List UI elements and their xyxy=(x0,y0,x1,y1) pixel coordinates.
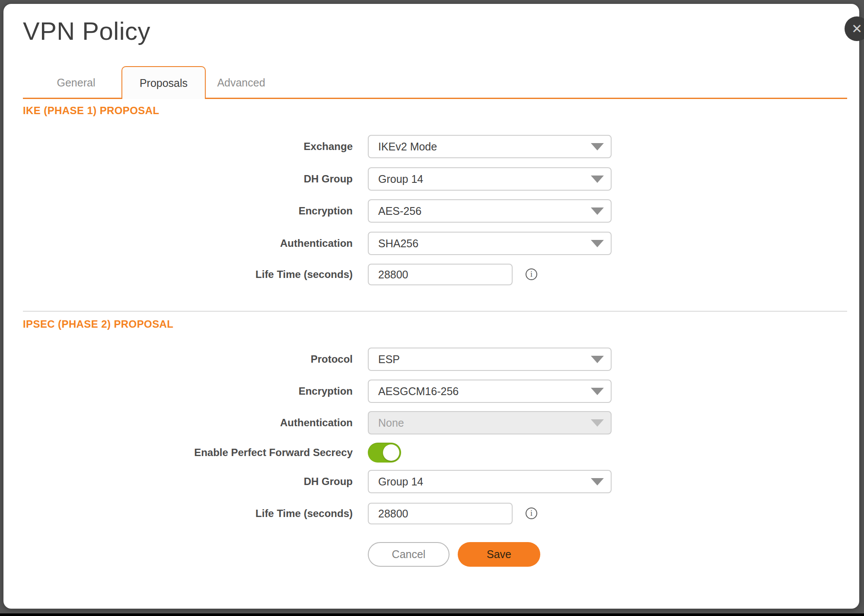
tab-general-label: General xyxy=(57,77,96,89)
ike-life-time-label: Life Time (seconds) xyxy=(93,268,353,281)
ike-encryption-select-value: AES-256 xyxy=(378,205,421,217)
tab-general[interactable]: General xyxy=(37,66,115,99)
page-title: VPN Policy xyxy=(23,17,150,45)
save-button[interactable]: Save xyxy=(458,542,540,567)
ike-encryption-row: Encryption AES-256 xyxy=(3,199,630,223)
ike-dh-group-select-value: Group 14 xyxy=(378,173,423,185)
ike-life-time-input[interactable] xyxy=(368,264,513,285)
ipsec-authentication-row: Authentication None xyxy=(3,411,630,434)
exchange-select-value: IKEv2 Mode xyxy=(378,140,437,153)
section-divider xyxy=(23,311,847,312)
chevron-down-icon xyxy=(591,240,604,247)
ipsec-dh-group-select-value: Group 14 xyxy=(378,476,423,488)
ipsec-encryption-select-value: AESGCM16-256 xyxy=(378,385,459,398)
chevron-down-icon xyxy=(591,419,604,427)
ike-dh-group-row: DH Group Group 14 xyxy=(3,167,630,191)
protocol-row: Protocol ESP xyxy=(3,348,630,371)
ike-life-time-row: Life Time (seconds) i xyxy=(3,264,630,285)
cancel-button-label: Cancel xyxy=(392,548,426,561)
pfs-label: Enable Perfect Forward Secrecy xyxy=(93,447,353,459)
protocol-select-value: ESP xyxy=(378,353,400,366)
close-icon-glyph: ✕ xyxy=(851,22,862,35)
tab-advanced-label: Advanced xyxy=(217,77,265,89)
tab-proposals-label: Proposals xyxy=(140,77,188,89)
ike-encryption-select[interactable]: AES-256 xyxy=(368,199,612,223)
ike-encryption-label: Encryption xyxy=(93,205,353,217)
chevron-down-icon xyxy=(591,388,604,395)
ipsec-phase2-heading: IPSEC (PHASE 2) PROPOSAL xyxy=(23,318,173,330)
ipsec-life-time-label: Life Time (seconds) xyxy=(93,507,353,520)
cancel-button[interactable]: Cancel xyxy=(368,542,450,567)
info-icon[interactable]: i xyxy=(526,507,537,519)
chevron-down-icon xyxy=(591,356,604,363)
protocol-select[interactable]: ESP xyxy=(368,348,612,371)
ipsec-life-time-row: Life Time (seconds) i xyxy=(3,503,630,524)
pfs-row: Enable Perfect Forward Secrecy xyxy=(3,443,630,463)
chevron-down-icon xyxy=(591,176,604,183)
ipsec-authentication-label: Authentication xyxy=(93,417,353,429)
chevron-down-icon xyxy=(591,143,604,150)
exchange-row: Exchange IKEv2 Mode xyxy=(3,135,630,158)
ipsec-encryption-select[interactable]: AESGCM16-256 xyxy=(368,380,612,403)
ipsec-dh-group-select[interactable]: Group 14 xyxy=(368,470,612,493)
ike-phase1-heading: IKE (PHASE 1) PROPOSAL xyxy=(23,105,159,117)
chevron-down-icon xyxy=(591,478,604,485)
pfs-toggle[interactable] xyxy=(368,443,401,463)
exchange-label: Exchange xyxy=(93,140,353,153)
save-button-label: Save xyxy=(487,548,511,561)
chevron-down-icon xyxy=(591,207,604,215)
ipsec-encryption-label: Encryption xyxy=(93,385,353,397)
ipsec-dh-group-label: DH Group xyxy=(93,476,353,488)
ipsec-authentication-select-value: None xyxy=(378,417,404,429)
protocol-label: Protocol xyxy=(93,353,353,365)
ipsec-encryption-row: Encryption AESGCM16-256 xyxy=(3,380,630,403)
ike-authentication-select[interactable]: SHA256 xyxy=(368,232,612,255)
tab-proposals[interactable]: Proposals xyxy=(121,66,206,99)
tab-advanced[interactable]: Advanced xyxy=(207,66,276,99)
ike-authentication-label: Authentication xyxy=(93,237,353,249)
ike-authentication-select-value: SHA256 xyxy=(378,237,418,250)
ipsec-authentication-select-disabled: None xyxy=(368,411,612,434)
ike-authentication-row: Authentication SHA256 xyxy=(3,232,630,255)
ike-dh-group-select[interactable]: Group 14 xyxy=(368,167,612,191)
info-icon[interactable]: i xyxy=(526,268,537,280)
ipsec-dh-group-row: DH Group Group 14 xyxy=(3,470,630,493)
ipsec-life-time-input[interactable] xyxy=(368,503,513,524)
vpn-policy-dialog: VPN Policy General Proposals Advanced IK… xyxy=(3,4,859,609)
toggle-knob xyxy=(383,444,399,461)
exchange-select[interactable]: IKEv2 Mode xyxy=(368,135,612,158)
ike-dh-group-label: DH Group xyxy=(93,173,353,185)
